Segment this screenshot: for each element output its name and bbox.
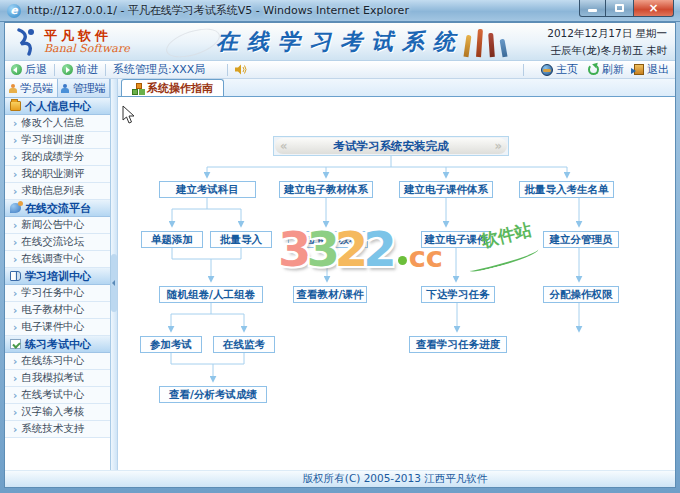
home-button[interactable]: 主页 [541, 62, 578, 77]
toolbar-separator [227, 64, 228, 76]
pencil-icon [488, 33, 495, 57]
sidebar-item-label: 系统技术支持 [21, 422, 84, 436]
back-button[interactable]: 后退 [11, 62, 47, 77]
sidebar-item-label: 电子教材中心 [21, 303, 84, 317]
maximize-icon [615, 4, 624, 12]
sidebar-item-label: 在线考试中心 [21, 388, 84, 402]
mouse-sketch-decoration [163, 23, 224, 63]
sidebar-item[interactable]: 我的职业测评 [5, 166, 110, 183]
section-title: 练习考试中心 [25, 337, 91, 352]
sidebar-item-label: 我的职业测评 [21, 167, 84, 181]
sidebar-item[interactable]: 我的成绩学分 [5, 149, 110, 166]
browser-window: http://127.0.0.1/ - 平凡在线学习考试系统V5 - Windo… [0, 0, 680, 493]
checkbox-icon [10, 339, 21, 349]
logo-title: 平凡软件 [44, 29, 130, 42]
refresh-button[interactable]: 刷新 [588, 62, 624, 77]
maximize-button[interactable] [606, 0, 633, 17]
sidebar-item-label: 新闻公告中心 [21, 218, 84, 232]
refresh-label: 刷新 [602, 62, 624, 77]
sidebar-section-online-exchange[interactable]: 在线交流平台 [5, 200, 110, 217]
sidebar-item[interactable]: 在线调查中心 [5, 251, 110, 268]
sidebar-item[interactable]: 在线考试中心 [5, 387, 110, 404]
tab-student-side[interactable]: 学员端 [5, 79, 58, 97]
gregorian-date: 2012年12月17日 星期一 [547, 25, 667, 42]
logo: 平凡软件 Banal Software [5, 28, 130, 56]
speaker-icon[interactable] [235, 64, 247, 75]
copyright-text: 版权所有(C) 2005-2013 江西平凡软件 [303, 472, 487, 486]
watermark-digits: 3322 [278, 225, 392, 273]
sidebar-item-label: 电子课件中心 [21, 320, 84, 334]
body-row: 学员端 管理端 个人信息中心 修改个人信息 学习培训进度 我的成绩学分 我的职业… [5, 79, 675, 470]
forward-icon [62, 64, 73, 75]
toolbar-separator [54, 64, 55, 76]
mouse-cursor-icon [122, 105, 135, 124]
sidebar-section-personal-info[interactable]: 个人信息中心 [5, 98, 110, 115]
sidebar-item-label: 在线交流论坛 [21, 235, 84, 249]
sidebar-item-label: 在线练习中心 [21, 354, 84, 368]
page-header: 平凡软件 Banal Software 在线学习考试系统 2012年12月17日… [5, 23, 675, 61]
forward-button[interactable]: 前进 [62, 62, 98, 77]
sidebar-item-label: 学习培训进度 [21, 133, 84, 147]
sidebar-item[interactable]: 学习任务中心 [5, 285, 110, 302]
watermark-suffix: cc [409, 246, 443, 269]
sidebar-section-exam[interactable]: 练习考试中心 [5, 336, 110, 353]
main-tabstrip: 系统操作指南 [118, 79, 675, 97]
sidebar-item[interactable]: 在线练习中心 [5, 353, 110, 370]
back-label: 后退 [25, 62, 47, 77]
sidebar-item[interactable]: 汉字输入考核 [5, 404, 110, 421]
flow-node-root: 考试学习系统安装完成 [273, 136, 509, 156]
watermark-digit: 2 [363, 221, 391, 277]
flow-node-root-label: 考试学习系统安装完成 [275, 138, 507, 154]
home-label: 主页 [556, 62, 578, 77]
tab-admin-side[interactable]: 管理端 [58, 79, 111, 97]
page-chrome: 平凡软件 Banal Software 在线学习考试系统 2012年12月17日… [4, 22, 676, 488]
flow-node-compose-paper: 随机组卷/人工组卷 [159, 286, 263, 303]
sitemap-icon [132, 83, 143, 93]
logo-figure-icon [15, 28, 39, 56]
sidebar-item[interactable]: 在线交流论坛 [5, 234, 110, 251]
tab-student-label: 学员端 [20, 81, 53, 96]
ie-icon [7, 4, 21, 18]
sidebar-section-training[interactable]: 学习培训中心 [5, 268, 110, 285]
tab-system-guide[interactable]: 系统操作指南 [121, 79, 224, 96]
pencil-icon [476, 29, 483, 57]
watermark-tail: cc [398, 246, 443, 269]
chat-icon [10, 203, 21, 213]
sidebar-item[interactable]: 电子课件中心 [5, 319, 110, 336]
logo-text-block: 平凡软件 Banal Software [44, 29, 130, 55]
sidebar-item-label: 学习任务中心 [21, 286, 84, 300]
flow-node-create-submanager: 建立分管理员 [543, 231, 619, 248]
sidebar-item[interactable]: 求助信息列表 [5, 183, 110, 200]
close-icon: × [648, 2, 658, 14]
watermark-digit: 3 [278, 221, 306, 277]
sidebar-item[interactable]: 新闻公告中心 [5, 217, 110, 234]
sidebar-item[interactable]: 系统技术支持 [5, 421, 110, 438]
close-button[interactable]: × [633, 0, 674, 17]
exit-label: 退出 [647, 62, 669, 77]
logged-in-user: 系统管理员:XXX局 [113, 62, 205, 77]
sidebar-item[interactable]: 电子教材中心 [5, 302, 110, 319]
student-user-icon [8, 84, 17, 93]
exit-icon [634, 64, 644, 75]
minimize-button[interactable] [579, 0, 606, 17]
toolbar-separator [105, 64, 106, 76]
pencil-icon [463, 35, 471, 57]
sidebar-item[interactable]: 修改个人信息 [5, 115, 110, 132]
sidebar-item-label: 自我模拟考试 [21, 371, 84, 385]
exit-button[interactable]: 退出 [634, 62, 669, 77]
flow-node-batch-import-questions: 批量导入 [210, 231, 272, 248]
logo-subtitle: Banal Software [44, 42, 130, 55]
flow-node-setup-textbook-system: 建立电子教材体系 [279, 181, 373, 198]
sidebar-collapse-handle[interactable] [111, 254, 117, 312]
toolbar: 后退 前进 系统管理员:XXX局 主页 [5, 61, 675, 79]
section-title: 在线交流平台 [25, 201, 91, 216]
flow-node-setup-subject: 建立考试科目 [159, 181, 256, 198]
watermark-digit: 2 [335, 221, 363, 277]
flow-node-view-task-progress: 查看学习任务进度 [409, 336, 507, 353]
flow-node-view-materials: 查看教材/课件 [293, 286, 367, 303]
toolbar-separator [523, 64, 524, 76]
sidebar-item[interactable]: 自我模拟考试 [5, 370, 110, 387]
flow-node-setup-courseware-system: 建立电子课件体系 [399, 181, 493, 198]
sidebar-item[interactable]: 学习培训进度 [5, 132, 110, 149]
sidebar-item-label: 修改个人信息 [21, 116, 84, 130]
